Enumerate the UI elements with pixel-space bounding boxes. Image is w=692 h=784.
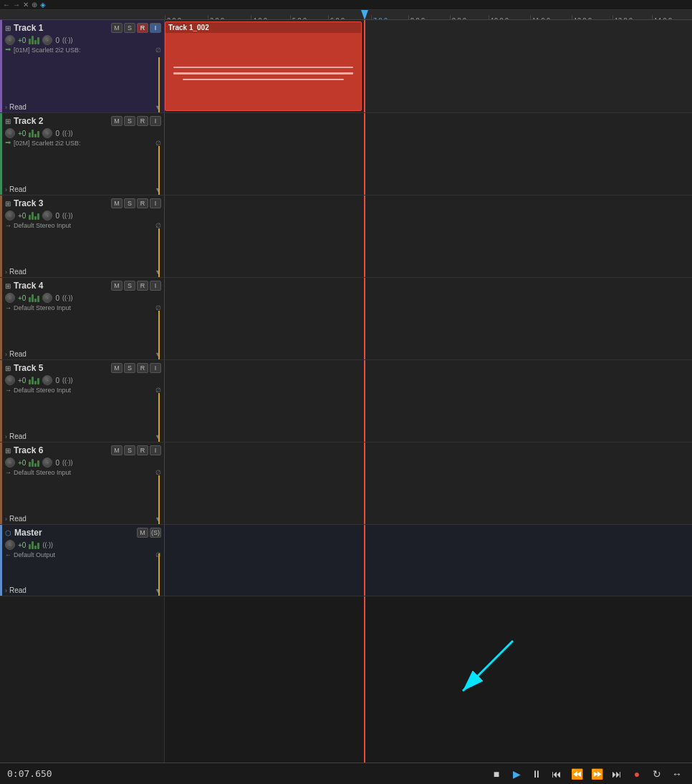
track2-lane[interactable] [165, 113, 692, 195]
track1-sends-btn[interactable]: ((·)) [62, 37, 73, 44]
track1-lane[interactable]: Track 1_002 [165, 20, 692, 112]
toolbar-icon5[interactable]: ◈ [40, 1, 46, 9]
track5-meter-3 [34, 381, 37, 384]
extra-btn[interactable]: ↔ [669, 766, 685, 782]
master-expand-arrow[interactable]: › [5, 587, 7, 594]
tracks-container: ⊞ Track 1 M S R I · +0 [0, 20, 692, 763]
track1-rec-btn[interactable]: R [137, 23, 148, 33]
track2-meter-4 [37, 131, 39, 137]
track1-io-arrow: ⮕ [5, 47, 11, 54]
rewind-btn[interactable]: ⏪ [569, 766, 585, 782]
track6-rec-btn[interactable]: R [137, 445, 148, 455]
track3-lane[interactable] [165, 195, 692, 277]
track6-input-btn[interactable]: I [150, 445, 161, 455]
track1-vol-label: +0 [18, 37, 26, 44]
track2-expand-arrow[interactable]: › [5, 186, 7, 193]
track4-sends-btn[interactable]: ((·)) [62, 294, 73, 301]
track4-name: Track 4 [14, 281, 43, 291]
track5-pan-knob[interactable]: · [42, 375, 52, 385]
track3-vol-knob[interactable]: · [5, 210, 15, 221]
master-sends-btn[interactable]: ((·)) [42, 541, 53, 548]
stop-btn[interactable]: ■ [489, 766, 504, 782]
track5-lane[interactable] [165, 360, 692, 442]
track1-clip[interactable]: Track 1_002 [165, 21, 362, 111]
loop-btn[interactable]: ↻ [649, 766, 665, 782]
track6-expand-arrow[interactable]: › [5, 516, 7, 523]
track3-mute-btn[interactable]: M [111, 198, 122, 208]
track2-pan-knob[interactable]: · [42, 128, 52, 138]
track-row-2: ⊞ Track 2 M S R I · +0 [0, 113, 692, 195]
track6-lane[interactable] [165, 442, 692, 524]
track4-rec-btn[interactable]: R [137, 281, 148, 291]
track5-mute-btn[interactable]: M [111, 363, 122, 373]
master-meter-1 [29, 544, 31, 549]
track1-expand-arrow[interactable]: › [5, 104, 7, 111]
track1-phase-btn[interactable]: ∅ [155, 47, 161, 54]
track6-sends-btn[interactable]: ((·)) [62, 459, 73, 466]
rewind-start-btn[interactable]: ⏮ [549, 766, 564, 782]
track3-rec-btn[interactable]: R [137, 198, 148, 208]
track4-vol-knob[interactable]: · [5, 293, 15, 303]
track4-mute-btn[interactable]: M [111, 281, 122, 291]
toolbar-forward-icon[interactable]: → [13, 1, 20, 9]
track2-rec-btn[interactable]: R [137, 116, 148, 126]
track1-input-btn[interactable]: I [150, 23, 161, 33]
track3-solo-btn[interactable]: S [124, 198, 135, 208]
master-mute-btn[interactable]: M [137, 528, 148, 538]
pause-btn[interactable]: ⏸ [529, 766, 544, 782]
track4-io-label: Default Stereo Input [14, 304, 153, 311]
track5-input-btn[interactable]: I [150, 363, 161, 373]
ff-btn[interactable]: ⏩ [589, 766, 605, 782]
empty-playhead [364, 596, 365, 763]
track1-pan-knob[interactable]: · [42, 35, 52, 45]
track1-meters [29, 36, 39, 44]
svg-line-1 [463, 641, 513, 691]
master-type-icon: ⬡ [5, 529, 11, 537]
track6-mute-btn[interactable]: M [111, 445, 122, 455]
track3-input-btn[interactable]: I [150, 198, 161, 208]
track4-pan-knob[interactable]: · [42, 293, 52, 303]
track6-pan-knob[interactable]: · [42, 458, 52, 468]
ff-end-btn[interactable]: ⏭ [609, 766, 625, 782]
track2-solo-btn[interactable]: S [124, 116, 135, 126]
track6-meter-2 [32, 459, 34, 467]
track2-sends-btn[interactable]: ((·)) [62, 130, 73, 137]
track1-mute-btn[interactable]: M [111, 23, 122, 33]
track2-vol-knob[interactable]: · [5, 128, 15, 138]
track1-solo-btn[interactable]: S [124, 23, 135, 33]
track5-sends-btn[interactable]: ((·)) [62, 377, 73, 384]
ruler-mark-5: 6.0.0 [328, 15, 345, 21]
master-solo-btn[interactable]: (S) [150, 528, 161, 538]
track-row-6: ⊞ Track 6 M S R I · +0 [0, 442, 692, 525]
track3-expand-arrow[interactable]: › [5, 268, 7, 276]
master-lane[interactable] [165, 525, 692, 596]
record-btn[interactable]: ● [629, 766, 645, 782]
track3-read-label: Read [9, 268, 153, 276]
track6-solo-btn[interactable]: S [124, 445, 135, 455]
track4-expand-arrow[interactable]: › [5, 351, 7, 358]
track5-expand-arrow[interactable]: › [5, 433, 7, 440]
track6-vol-knob[interactable]: · [5, 458, 15, 468]
toolbar-close-icon[interactable]: ✕ [23, 1, 29, 9]
track2-vol-label: +0 [18, 130, 26, 137]
track1-vol-knob[interactable]: · [5, 35, 15, 45]
track3-pan-knob[interactable]: · [42, 210, 52, 221]
toolbar-back-icon[interactable]: ← [3, 1, 10, 9]
track5-vol-knob[interactable]: · [5, 375, 15, 385]
play-btn[interactable]: ▶ [509, 766, 524, 782]
track5-solo-btn[interactable]: S [124, 363, 135, 373]
track2-mute-btn[interactable]: M [111, 116, 122, 126]
toolbar-icon4[interactable]: ⊕ [32, 1, 37, 9]
track2-io-arrow: ⮕ [5, 140, 11, 147]
transport-bar: 0:07.650 ■ ▶ ⏸ ⏮ ⏪ ⏩ ⏭ ● ↻ ↔ [0, 763, 692, 784]
track3-sends-btn[interactable]: ((·)) [62, 212, 73, 219]
master-vol-knob[interactable]: · [5, 540, 15, 550]
track4-input-btn[interactable]: I [150, 281, 161, 291]
track6-read-row: › Read ▼ [5, 515, 161, 523]
track4-meter-1 [29, 297, 31, 302]
track2-input-btn[interactable]: I [150, 116, 161, 126]
track6-name: Track 6 [14, 445, 43, 455]
track4-lane[interactable] [165, 278, 692, 359]
track5-rec-btn[interactable]: R [137, 363, 148, 373]
track4-solo-btn[interactable]: S [124, 281, 135, 291]
